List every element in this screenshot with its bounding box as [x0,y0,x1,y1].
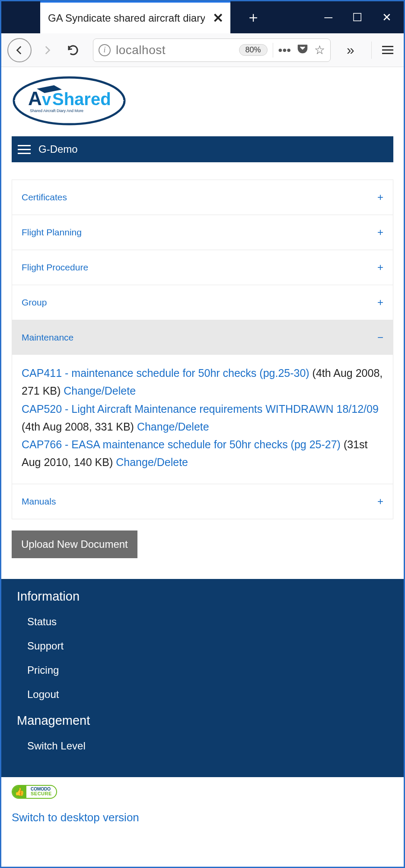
info-icon[interactable]: i [99,44,111,56]
secure-badge-text: COMODO SECURE [26,787,56,796]
svg-text:v: v [42,90,51,109]
overflow-chevron-icon[interactable]: » [340,42,361,58]
document-link[interactable]: CAP520 - Light Aircraft Maintenance requ… [22,403,379,415]
zoom-indicator[interactable]: 80% [239,44,268,56]
browser-menu-button[interactable] [382,46,393,54]
switch-to-desktop-link[interactable]: Switch to desktop version [12,811,393,824]
footer-link-switch-level[interactable]: Switch Level [17,734,388,758]
svg-text:Shared Aircraft Diary And More: Shared Aircraft Diary And More [30,109,83,113]
accordion-section-certificates: Certificates + [12,180,393,215]
comodo-secure-badge[interactable]: 👍 COMODO SECURE [12,785,57,799]
browser-titlebar: GA Syndicate shared aircraft diary b ✕ ＋… [1,1,404,33]
url-divider [273,43,273,58]
browser-tab[interactable]: GA Syndicate shared aircraft diary b ✕ [40,1,230,33]
expand-icon: + [377,261,383,273]
footer-heading-management: Management [17,714,388,728]
footer-heading-information: Information [17,589,388,604]
accordion-label: Certificates [22,192,67,203]
accordion-label: Manuals [22,496,56,507]
accordion-label: Group [22,297,47,308]
document-accordion: Certificates + Flight Planning + Flight … [12,180,393,519]
new-tab-button[interactable]: ＋ [246,7,261,27]
maximize-button[interactable]: ☐ [352,11,362,24]
accordion-section-group: Group + [12,285,393,320]
svg-text:A: A [28,88,42,109]
avshared-logo[interactable]: A v Shared Shared Aircraft Diary And Mor… [11,75,128,127]
accordion-label: Maintenance [22,332,73,343]
forward-button [37,40,57,61]
document-row: CAP766 - EASA maintenance schedule for 5… [22,436,383,472]
tab-title: GA Syndicate shared aircraft diary b [48,12,205,24]
pocket-icon[interactable] [296,42,309,58]
close-window-button[interactable]: ✕ [382,11,392,24]
document-link[interactable]: CAP411 - maintenance schedule for 50hr c… [22,367,309,379]
expand-icon: + [377,296,383,309]
header-title: G-Demo [38,143,78,155]
svg-text:Shared: Shared [52,90,111,109]
change-delete-link[interactable]: Change/Delete [116,456,188,468]
app-header: G-Demo [12,136,393,162]
footer: Information Status Support Pricing Logou… [1,579,404,777]
minimize-button[interactable]: ─ [325,11,332,24]
bottom-area: 👍 COMODO SECURE Switch to desktop versio… [1,777,404,832]
logo-area: A v Shared Shared Aircraft Diary And Mor… [1,67,404,136]
change-delete-link[interactable]: Change/Delete [64,385,136,397]
page-actions-icon[interactable]: ••• [278,43,291,57]
footer-link-support[interactable]: Support [17,634,388,658]
close-tab-icon[interactable]: ✕ [210,10,226,26]
footer-link-status[interactable]: Status [17,610,388,634]
accordion-section-flight-procedure: Flight Procedure + [12,250,393,285]
nav-divider [371,42,372,59]
url-bar[interactable]: i localhost 80% ••• ☆ [93,39,331,62]
hamburger-menu-icon[interactable] [18,145,31,154]
collapse-icon: − [377,331,383,344]
document-meta: (4th Aug 2008, 331 KB) [22,421,134,433]
footer-link-pricing[interactable]: Pricing [17,658,388,682]
accordion-label: Flight Procedure [22,262,88,273]
accordion-body: CAP411 - maintenance schedule for 50hr c… [12,355,393,484]
footer-link-logout[interactable]: Logout [17,682,388,707]
accordion-label: Flight Planning [22,227,82,238]
change-delete-link[interactable]: Change/Delete [137,421,209,433]
thumbs-up-icon: 👍 [13,786,26,798]
expand-icon: + [377,191,383,203]
accordion-section-manuals: Manuals + [12,484,393,519]
expand-icon: + [377,495,383,508]
document-row: CAP520 - Light Aircraft Maintenance requ… [22,400,383,436]
expand-icon: + [377,226,383,238]
tab-spacer [1,1,40,33]
document-row: CAP411 - maintenance schedule for 50hr c… [22,364,383,400]
bookmark-star-icon[interactable]: ☆ [314,43,325,57]
accordion-section-maintenance: Maintenance − CAP411 - maintenance sched… [12,320,393,484]
url-text: localhost [116,43,234,57]
browser-navbar: i localhost 80% ••• ☆ » [1,33,404,67]
upload-document-button[interactable]: Upload New Document [12,530,137,558]
page-content: A v Shared Shared Aircraft Diary And Mor… [1,67,404,832]
reload-button[interactable] [63,40,83,61]
accordion-section-flight-planning: Flight Planning + [12,215,393,250]
document-link[interactable]: CAP766 - EASA maintenance schedule for 5… [22,438,341,450]
back-button[interactable] [7,38,32,62]
